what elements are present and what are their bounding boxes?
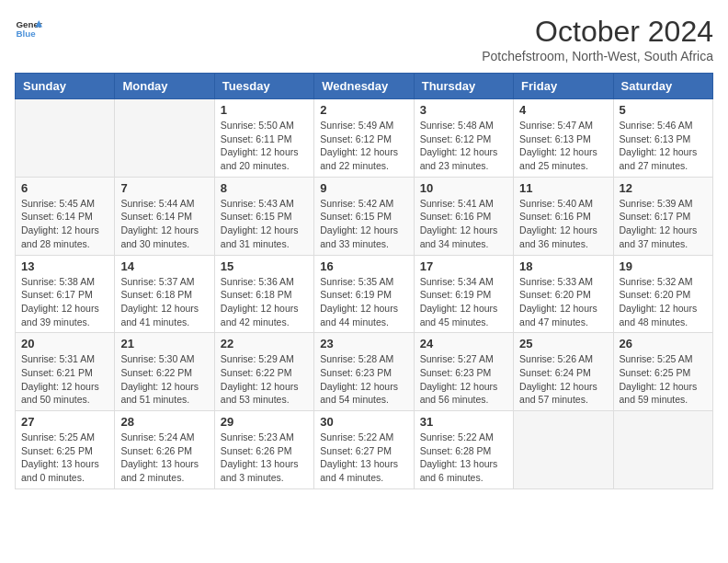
day-info: Sunrise: 5:26 AM Sunset: 6:24 PM Dayligh… bbox=[519, 352, 607, 407]
title-area: October 2024 Potchefstroom, North-West, … bbox=[482, 15, 713, 63]
day-number: 20 bbox=[21, 337, 108, 350]
day-info: Sunrise: 5:25 AM Sunset: 6:25 PM Dayligh… bbox=[21, 431, 108, 485]
day-info: Sunrise: 5:25 AM Sunset: 6:25 PM Dayligh… bbox=[620, 352, 707, 407]
day-info: Sunrise: 5:31 AM Sunset: 6:21 PM Dayligh… bbox=[21, 352, 108, 407]
day-info: Sunrise: 5:38 AM Sunset: 6:17 PM Dayligh… bbox=[21, 275, 108, 329]
day-of-week-header: Tuesday bbox=[214, 74, 313, 99]
day-number: 24 bbox=[420, 337, 507, 350]
day-number: 5 bbox=[620, 103, 707, 117]
day-number: 14 bbox=[120, 259, 208, 273]
calendar-day-cell: 24Sunrise: 5:27 AM Sunset: 6:23 PM Dayli… bbox=[414, 333, 513, 411]
calendar-day-cell: 15Sunrise: 5:36 AM Sunset: 6:18 PM Dayli… bbox=[214, 255, 313, 333]
day-info: Sunrise: 5:27 AM Sunset: 6:23 PM Dayligh… bbox=[420, 352, 507, 407]
day-info: Sunrise: 5:22 AM Sunset: 6:28 PM Dayligh… bbox=[420, 431, 507, 485]
day-number: 11 bbox=[519, 181, 607, 195]
day-info: Sunrise: 5:23 AM Sunset: 6:26 PM Dayligh… bbox=[221, 431, 308, 485]
day-number: 25 bbox=[519, 337, 607, 350]
day-number: 15 bbox=[221, 259, 308, 273]
calendar-day-cell: 31Sunrise: 5:22 AM Sunset: 6:28 PM Dayli… bbox=[414, 411, 513, 489]
day-number: 4 bbox=[519, 103, 607, 117]
calendar-day-cell: 26Sunrise: 5:25 AM Sunset: 6:25 PM Dayli… bbox=[613, 333, 712, 411]
day-number: 8 bbox=[221, 181, 308, 195]
day-of-week-header: Sunday bbox=[16, 74, 115, 99]
day-number: 17 bbox=[420, 259, 507, 273]
day-number: 9 bbox=[320, 181, 407, 195]
calendar-week-row: 13Sunrise: 5:38 AM Sunset: 6:17 PM Dayli… bbox=[16, 255, 713, 333]
day-info: Sunrise: 5:35 AM Sunset: 6:19 PM Dayligh… bbox=[320, 275, 407, 329]
calendar-day-cell bbox=[514, 411, 613, 489]
calendar-day-cell: 1Sunrise: 5:50 AM Sunset: 6:11 PM Daylig… bbox=[214, 99, 313, 178]
calendar-day-cell: 17Sunrise: 5:34 AM Sunset: 6:19 PM Dayli… bbox=[414, 255, 513, 333]
day-number: 22 bbox=[221, 337, 308, 350]
calendar-day-cell: 9Sunrise: 5:42 AM Sunset: 6:15 PM Daylig… bbox=[314, 177, 414, 255]
day-number: 7 bbox=[120, 181, 208, 195]
calendar-day-cell: 10Sunrise: 5:41 AM Sunset: 6:16 PM Dayli… bbox=[414, 177, 513, 255]
calendar-day-cell: 13Sunrise: 5:38 AM Sunset: 6:17 PM Dayli… bbox=[16, 255, 115, 333]
calendar-day-cell bbox=[16, 99, 115, 178]
day-number: 19 bbox=[620, 259, 707, 273]
calendar-day-cell: 30Sunrise: 5:22 AM Sunset: 6:27 PM Dayli… bbox=[314, 411, 414, 489]
day-of-week-header: Wednesday bbox=[314, 74, 414, 99]
day-of-week-header: Friday bbox=[514, 74, 613, 99]
calendar-day-cell: 8Sunrise: 5:43 AM Sunset: 6:15 PM Daylig… bbox=[214, 177, 313, 255]
day-info: Sunrise: 5:28 AM Sunset: 6:23 PM Dayligh… bbox=[320, 352, 407, 407]
day-info: Sunrise: 5:24 AM Sunset: 6:26 PM Dayligh… bbox=[120, 431, 208, 485]
day-info: Sunrise: 5:32 AM Sunset: 6:20 PM Dayligh… bbox=[620, 275, 707, 329]
calendar-day-cell: 3Sunrise: 5:48 AM Sunset: 6:12 PM Daylig… bbox=[414, 99, 513, 178]
day-info: Sunrise: 5:34 AM Sunset: 6:19 PM Dayligh… bbox=[420, 275, 507, 329]
calendar-day-cell: 20Sunrise: 5:31 AM Sunset: 6:21 PM Dayli… bbox=[16, 333, 115, 411]
day-number: 6 bbox=[21, 181, 108, 195]
day-number: 13 bbox=[21, 259, 108, 273]
calendar-day-cell bbox=[115, 99, 214, 178]
calendar-day-cell: 22Sunrise: 5:29 AM Sunset: 6:22 PM Dayli… bbox=[214, 333, 313, 411]
day-info: Sunrise: 5:40 AM Sunset: 6:16 PM Dayligh… bbox=[519, 197, 607, 251]
day-info: Sunrise: 5:45 AM Sunset: 6:14 PM Dayligh… bbox=[21, 197, 108, 251]
day-info: Sunrise: 5:36 AM Sunset: 6:18 PM Dayligh… bbox=[221, 275, 308, 329]
day-info: Sunrise: 5:33 AM Sunset: 6:20 PM Dayligh… bbox=[519, 275, 607, 329]
day-info: Sunrise: 5:39 AM Sunset: 6:17 PM Dayligh… bbox=[620, 197, 707, 251]
calendar-week-row: 6Sunrise: 5:45 AM Sunset: 6:14 PM Daylig… bbox=[16, 177, 713, 255]
day-info: Sunrise: 5:47 AM Sunset: 6:13 PM Dayligh… bbox=[519, 119, 607, 173]
day-of-week-header: Thursday bbox=[414, 74, 513, 99]
calendar-day-cell: 19Sunrise: 5:32 AM Sunset: 6:20 PM Dayli… bbox=[613, 255, 712, 333]
day-info: Sunrise: 5:48 AM Sunset: 6:12 PM Dayligh… bbox=[420, 119, 507, 173]
calendar-day-cell: 16Sunrise: 5:35 AM Sunset: 6:19 PM Dayli… bbox=[314, 255, 414, 333]
day-number: 26 bbox=[620, 337, 707, 350]
day-info: Sunrise: 5:42 AM Sunset: 6:15 PM Dayligh… bbox=[320, 197, 407, 251]
calendar-day-cell: 12Sunrise: 5:39 AM Sunset: 6:17 PM Dayli… bbox=[613, 177, 712, 255]
calendar-day-cell: 21Sunrise: 5:30 AM Sunset: 6:22 PM Dayli… bbox=[115, 333, 214, 411]
page-header: General Blue October 2024 Potchefstroom,… bbox=[15, 15, 713, 63]
day-info: Sunrise: 5:46 AM Sunset: 6:13 PM Dayligh… bbox=[620, 119, 707, 173]
calendar-day-cell: 18Sunrise: 5:33 AM Sunset: 6:20 PM Dayli… bbox=[514, 255, 613, 333]
calendar-day-cell: 4Sunrise: 5:47 AM Sunset: 6:13 PM Daylig… bbox=[514, 99, 613, 178]
svg-text:Blue: Blue bbox=[17, 29, 37, 39]
calendar-day-cell: 5Sunrise: 5:46 AM Sunset: 6:13 PM Daylig… bbox=[613, 99, 712, 178]
day-number: 10 bbox=[420, 181, 507, 195]
day-of-week-header: Saturday bbox=[613, 74, 712, 99]
calendar-day-cell bbox=[613, 411, 712, 489]
day-number: 23 bbox=[320, 337, 407, 350]
calendar-day-cell: 28Sunrise: 5:24 AM Sunset: 6:26 PM Dayli… bbox=[115, 411, 214, 489]
day-number: 16 bbox=[320, 259, 407, 273]
month-title: October 2024 bbox=[482, 15, 713, 49]
calendar-day-cell: 23Sunrise: 5:28 AM Sunset: 6:23 PM Dayli… bbox=[314, 333, 414, 411]
calendar-day-cell: 11Sunrise: 5:40 AM Sunset: 6:16 PM Dayli… bbox=[514, 177, 613, 255]
calendar-week-row: 1Sunrise: 5:50 AM Sunset: 6:11 PM Daylig… bbox=[16, 99, 713, 178]
logo-icon: General Blue bbox=[15, 15, 42, 42]
location-subtitle: Potchefstroom, North-West, South Africa bbox=[482, 49, 713, 63]
day-number: 18 bbox=[519, 259, 607, 273]
calendar-day-cell: 2Sunrise: 5:49 AM Sunset: 6:12 PM Daylig… bbox=[314, 99, 414, 178]
day-number: 31 bbox=[420, 415, 507, 429]
calendar-day-cell: 25Sunrise: 5:26 AM Sunset: 6:24 PM Dayli… bbox=[514, 333, 613, 411]
calendar-day-cell: 14Sunrise: 5:37 AM Sunset: 6:18 PM Dayli… bbox=[115, 255, 214, 333]
calendar-day-cell: 7Sunrise: 5:44 AM Sunset: 6:14 PM Daylig… bbox=[115, 177, 214, 255]
day-number: 27 bbox=[21, 415, 108, 429]
day-info: Sunrise: 5:43 AM Sunset: 6:15 PM Dayligh… bbox=[221, 197, 308, 251]
calendar-table: SundayMondayTuesdayWednesdayThursdayFrid… bbox=[15, 73, 713, 489]
calendar-week-row: 27Sunrise: 5:25 AM Sunset: 6:25 PM Dayli… bbox=[16, 411, 713, 489]
day-number: 3 bbox=[420, 103, 507, 117]
calendar-day-cell: 27Sunrise: 5:25 AM Sunset: 6:25 PM Dayli… bbox=[16, 411, 115, 489]
day-number: 2 bbox=[320, 103, 407, 117]
calendar-day-cell: 6Sunrise: 5:45 AM Sunset: 6:14 PM Daylig… bbox=[16, 177, 115, 255]
day-number: 28 bbox=[120, 415, 208, 429]
